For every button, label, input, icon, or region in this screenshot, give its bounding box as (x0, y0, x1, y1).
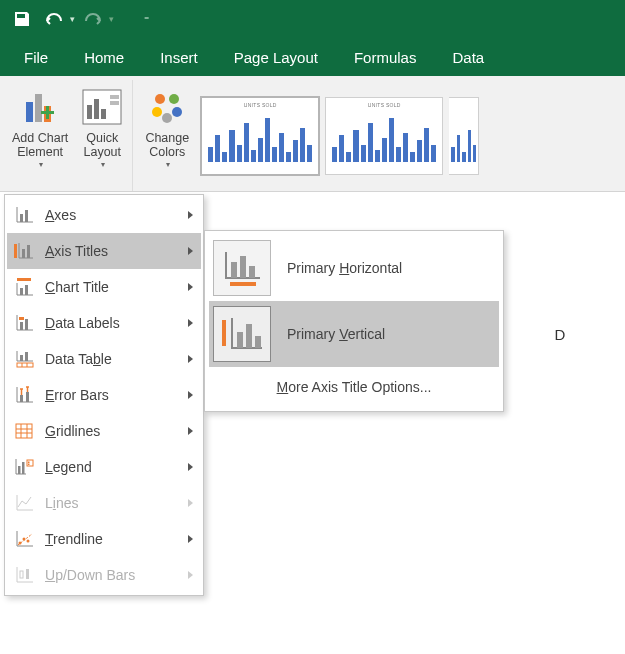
submenu-arrow-icon (188, 499, 193, 507)
menu-item-error-bars[interactable]: Error Bars (7, 377, 201, 413)
svg-rect-7 (94, 99, 99, 119)
axes-icon (14, 206, 34, 224)
svg-rect-22 (20, 288, 23, 295)
trendline-icon (14, 530, 34, 548)
column-header-d[interactable]: D (520, 323, 600, 345)
submenu-arrow-icon (188, 319, 193, 327)
submenu-label: Primary Horizontal (287, 260, 402, 276)
qat-customize-caret[interactable]: ⁼ (144, 14, 149, 25)
svg-rect-59 (237, 332, 243, 348)
submenu-arrow-icon (188, 211, 193, 219)
dropdown-caret-icon[interactable]: ▾ (109, 14, 114, 24)
svg-rect-1 (35, 94, 42, 122)
svg-rect-20 (27, 245, 30, 258)
chart-thumb-title: UNITS SOLD (202, 102, 318, 108)
svg-rect-25 (25, 319, 28, 330)
submenu-primary-horizontal[interactable]: Primary Horizontal (209, 235, 499, 301)
tab-insert[interactable]: Insert (142, 38, 216, 76)
chart-style-1[interactable]: UNITS SOLD (201, 97, 319, 175)
menu-label: Chart Title (45, 279, 178, 295)
submenu-arrow-icon (188, 535, 193, 543)
menu-label: Axis Titles (45, 243, 178, 259)
svg-rect-45 (27, 460, 33, 466)
svg-rect-23 (25, 285, 28, 295)
save-button[interactable] (8, 5, 36, 33)
quick-layout-button[interactable]: Quick Layout▾ (74, 82, 130, 189)
menu-item-data-table[interactable]: Data Table (7, 341, 201, 377)
submenu-arrow-icon (188, 283, 193, 291)
menu-label: Data Labels (45, 315, 178, 331)
menu-item-legend[interactable]: Legend (7, 449, 201, 485)
primary-horizontal-icon (220, 248, 264, 288)
data-labels-icon (14, 314, 34, 332)
tab-file[interactable]: File (6, 38, 66, 76)
menu-item-chart-title[interactable]: Chart Title (7, 269, 201, 305)
tab-page-layout[interactable]: Page Layout (216, 38, 336, 76)
chart-thumb-title: UNITS SOLD (326, 102, 442, 108)
chart-title-icon (14, 278, 34, 296)
svg-rect-10 (110, 101, 119, 105)
svg-rect-54 (231, 262, 237, 278)
svg-point-50 (27, 540, 30, 543)
tab-formulas[interactable]: Formulas (336, 38, 435, 76)
chevron-down-icon: ▾ (39, 160, 43, 169)
chart-styles-gallery: UNITS SOLD UNITS SOLD (195, 91, 485, 181)
menu-item-trendline[interactable]: Trendline (7, 521, 201, 557)
tab-data[interactable]: Data (434, 38, 502, 76)
svg-rect-24 (20, 322, 23, 330)
error-bars-icon (14, 386, 34, 404)
submenu-more-options[interactable]: More Axis Title Options... (209, 367, 499, 407)
svg-rect-58 (222, 320, 226, 346)
menu-label: Up/Down Bars (45, 567, 178, 583)
chart-style-2[interactable]: UNITS SOLD (325, 97, 443, 175)
quick-layout-icon (82, 89, 122, 125)
menu-item-updown-bars: Up/Down Bars (7, 557, 201, 593)
svg-rect-18 (14, 244, 17, 258)
undo-icon (44, 11, 64, 27)
chevron-down-icon: ▾ (101, 160, 105, 169)
ribbon-group-chart-styles: Change Colors▾ UNITS SOLD UNITS SOLD (133, 80, 487, 191)
gridlines-icon (14, 422, 34, 440)
svg-rect-16 (20, 214, 23, 222)
tab-home[interactable]: Home (66, 38, 142, 76)
redo-button[interactable] (79, 5, 107, 33)
menu-item-gridlines[interactable]: Gridlines (7, 413, 201, 449)
svg-rect-26 (19, 317, 24, 320)
legend-icon (14, 458, 34, 476)
submenu-arrow-icon (188, 463, 193, 471)
menu-label: Error Bars (45, 387, 178, 403)
svg-rect-52 (20, 571, 23, 578)
dropdown-caret-icon[interactable]: ▾ (70, 14, 75, 24)
add-chart-element-label: Add Chart Element (12, 131, 68, 160)
menu-label: Gridlines (45, 423, 178, 439)
menu-item-data-labels[interactable]: Data Labels (7, 305, 201, 341)
svg-rect-56 (249, 266, 255, 278)
svg-rect-57 (230, 282, 256, 286)
undo-button[interactable] (40, 5, 68, 33)
svg-rect-21 (17, 278, 31, 281)
svg-rect-38 (16, 424, 32, 438)
svg-rect-9 (110, 95, 119, 99)
title-bar: ▾ ▾ ⁼ (0, 0, 625, 38)
menu-label: Lines (45, 495, 178, 511)
add-chart-element-button[interactable]: Add Chart Element▾ (6, 82, 74, 189)
submenu-arrow-icon (188, 247, 193, 255)
ribbon: Add Chart Element▾ Quick Layout▾ (0, 76, 625, 192)
menu-item-axes[interactable]: Axes (7, 197, 201, 233)
svg-rect-47 (28, 464, 30, 466)
change-colors-label: Change Colors (145, 131, 189, 160)
svg-point-13 (152, 107, 162, 117)
primary-vertical-icon (220, 314, 264, 354)
submenu-primary-vertical[interactable]: Primary Vertical (209, 301, 499, 367)
change-colors-button[interactable]: Change Colors▾ (139, 82, 195, 189)
more-options-label: More Axis Title Options... (277, 379, 432, 395)
chart-style-3[interactable] (449, 97, 479, 175)
ribbon-group-chart-layouts: Add Chart Element▾ Quick Layout▾ (4, 80, 133, 191)
menu-label: Trendline (45, 531, 178, 547)
submenu-arrow-icon (188, 427, 193, 435)
svg-rect-0 (26, 102, 33, 122)
menu-item-axis-titles[interactable]: Axis Titles (7, 233, 201, 269)
svg-rect-61 (255, 336, 261, 348)
menu-label: Data Table (45, 351, 178, 367)
axis-titles-icon (14, 242, 34, 260)
